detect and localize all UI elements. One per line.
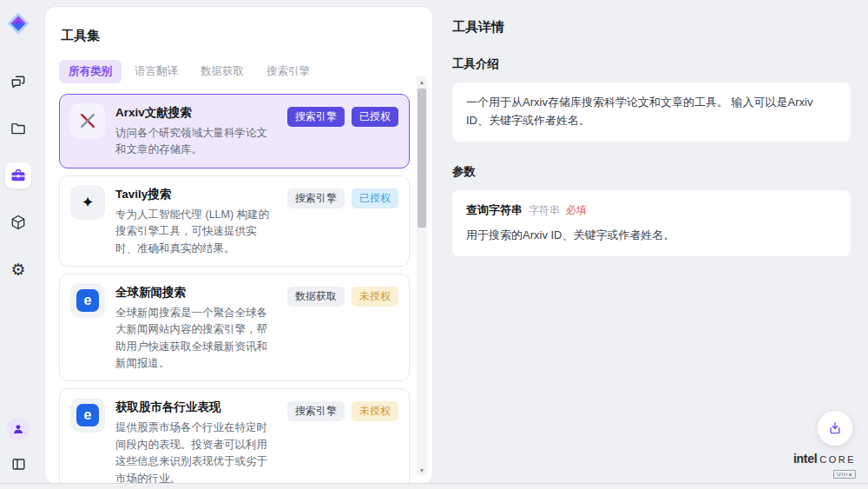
param-box: 查询字符串 字符串 必填 用于搜索的Arxiv ID、关键字或作者姓名。	[452, 190, 851, 257]
param-name: 查询字符串	[466, 202, 523, 220]
tab-1[interactable]: 语言翻译	[125, 60, 187, 83]
download-icon	[827, 420, 843, 436]
download-button[interactable]	[818, 411, 852, 446]
tool-desc: 全球新闻搜索是一个聚合全球各大新闻网站内容的搜索引擎，帮助用户快速获取全球最新资…	[115, 305, 277, 373]
scrollbar-thumb[interactable]	[418, 89, 426, 228]
tab-3[interactable]: 搜索引擎	[257, 60, 319, 83]
tool-intro-text: 一个用于从Arxiv存储库搜索科学论文和文章的工具。 输入可以是Arxiv ID…	[452, 83, 851, 142]
page-title: 工具集	[61, 28, 408, 44]
category-tabs: 所有类别语言翻译数据获取搜索引擎	[59, 60, 408, 83]
sidebar-item-tools[interactable]	[5, 162, 31, 188]
auth-status-badge: 已授权	[352, 188, 398, 208]
cube-icon	[10, 214, 27, 231]
brand-ultra-badge: Ultra	[833, 470, 856, 479]
tool-card-3[interactable]: e获取股市各行业表现提供股票市场各个行业在特定时间段内的表现。投资者可以利用这些…	[59, 388, 410, 484]
tool-name: Arxiv文献搜索	[115, 105, 277, 121]
sidebar-item-files[interactable]	[5, 116, 31, 142]
toolbox-icon	[10, 167, 27, 184]
brand-core: CORE	[819, 455, 856, 465]
param-type: 字符串	[529, 202, 560, 219]
param-desc: 用于搜索的Arxiv ID、关键字或作者姓名。	[466, 227, 837, 245]
tab-0[interactable]: 所有类别	[59, 60, 122, 83]
tool-desc: 提供股票市场各个行业在特定时间段内的表现。投资者可以利用这些信息来识别表现优于或…	[115, 420, 277, 484]
tool-name: 获取股市各行业表现	[115, 400, 277, 415]
tool-list-panel: 工具集 所有类别语言翻译数据获取搜索引擎 Arxiv文献搜索访问各个研究领域大量…	[45, 7, 432, 484]
scrollbar[interactable]: ▲ ▼	[417, 76, 427, 475]
detail-title: 工具详情	[452, 19, 851, 36]
intel-core-logo: intel CORE Ultra	[793, 453, 856, 479]
scroll-down-arrow[interactable]: ▼	[417, 465, 427, 475]
tab-2[interactable]: 数据获取	[191, 60, 253, 83]
tool-desc: 访问各个研究领域大量科学论文和文章的存储库。	[115, 125, 277, 159]
param-required-flag: 必填	[566, 202, 587, 219]
category-badge: 搜索引擎	[287, 401, 345, 421]
collapse-panel-icon[interactable]	[5, 451, 31, 477]
tool-detail-panel: 工具详情 工具介绍 一个用于从Arxiv存储库搜索科学论文和文章的工具。 输入可…	[438, 0, 868, 489]
brand-intel: intel	[793, 453, 817, 465]
tool-cards: Arxiv文献搜索访问各个研究领域大量科学论文和文章的存储库。搜索引擎已授权✦T…	[59, 94, 410, 484]
intro-heading: 工具介绍	[452, 56, 851, 72]
sidebar: ⚙	[0, 0, 36, 489]
auth-status-badge: 未授权	[352, 401, 398, 421]
four-point-star-icon: ✦	[70, 185, 105, 220]
chat-icon	[10, 73, 27, 90]
folder-icon	[10, 120, 27, 137]
blue-e-icon: e	[70, 398, 105, 433]
category-badge: 搜索引擎	[287, 188, 345, 208]
tool-name: 全球新闻搜索	[115, 285, 277, 301]
tool-desc: 专为人工智能代理 (LLM) 构建的搜索引擎工具，可快速提供实时、准确和真实的结…	[115, 207, 277, 257]
tool-card-1[interactable]: ✦Tavily搜索专为人工智能代理 (LLM) 构建的搜索引擎工具，可快速提供实…	[59, 175, 410, 267]
sidebar-item-settings[interactable]: ⚙	[5, 256, 31, 282]
user-avatar[interactable]	[7, 418, 30, 440]
blue-e-icon: e	[70, 283, 105, 318]
window-bottom-edge	[0, 483, 868, 489]
params-heading: 参数	[452, 164, 851, 180]
sidebar-item-chat[interactable]	[5, 69, 31, 95]
category-badge: 数据获取	[287, 287, 345, 307]
auth-status-badge: 已授权	[352, 107, 398, 127]
arxiv-x-icon	[70, 103, 105, 138]
app-logo[interactable]	[6, 11, 30, 36]
gear-icon: ⚙	[10, 261, 25, 278]
tool-name: Tavily搜索	[115, 187, 277, 202]
tool-card-2[interactable]: e全球新闻搜索全球新闻搜索是一个聚合全球各大新闻网站内容的搜索引擎，帮助用户快速…	[59, 274, 410, 382]
tool-card-0[interactable]: Arxiv文献搜索访问各个研究领域大量科学论文和文章的存储库。搜索引擎已授权	[59, 94, 410, 169]
scroll-up-arrow[interactable]: ▲	[417, 76, 427, 87]
auth-status-badge: 未授权	[352, 287, 398, 307]
sidebar-item-models[interactable]	[5, 209, 31, 235]
category-badge: 搜索引擎	[287, 107, 345, 127]
